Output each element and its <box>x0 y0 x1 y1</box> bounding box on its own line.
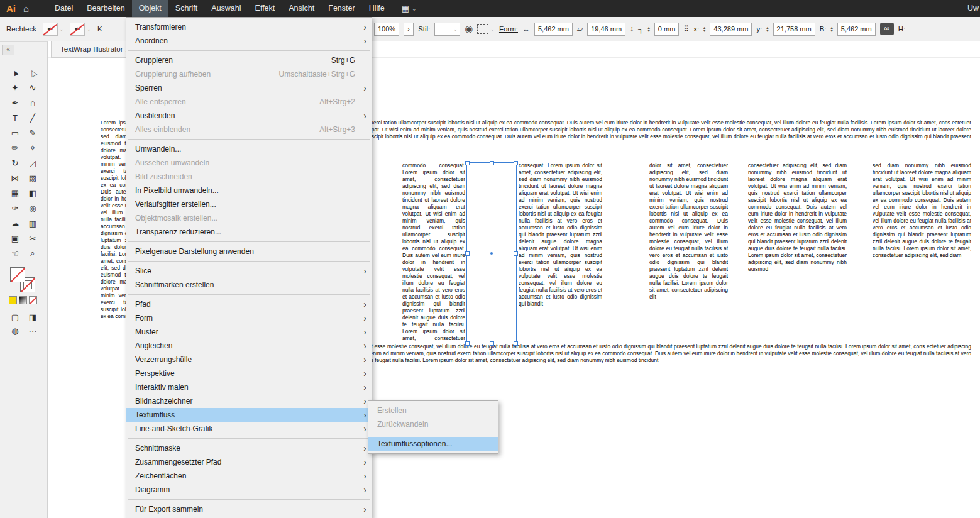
mesh-tool[interactable]: ▦ <box>6 185 24 201</box>
menu-item-gruppieren[interactable]: Gruppieren Strg+G <box>126 53 372 67</box>
selection-handle[interactable] <box>514 251 518 256</box>
width-b-stepper[interactable]: ▴ ▾ <box>831 26 833 32</box>
selection-handle[interactable] <box>465 161 470 165</box>
menu-item-diagramm[interactable]: Diagramm › <box>126 483 372 497</box>
menubar-item-fenster[interactable]: Fenster <box>321 0 361 17</box>
workspace-switcher[interactable]: ▦ ⌄ <box>402 4 417 13</box>
menu-item-schnittmarken-erstellen[interactable]: Schnittmarken erstellen <box>126 278 372 292</box>
text-column-3[interactable]: dolor sit amet, consectetuer adipiscing … <box>649 162 728 343</box>
shaper-tool[interactable]: ✧ <box>24 140 41 155</box>
menu-item-perspektive[interactable]: Perspektive › <box>126 366 372 380</box>
draw-mode-normal-icon[interactable]: ▢ <box>6 310 24 324</box>
selection-handle[interactable] <box>490 341 494 346</box>
menu-item-textumfluss[interactable]: Textumfluss › <box>126 408 372 422</box>
selected-rectangle[interactable] <box>466 162 517 344</box>
menu-item-schnittmaske[interactable]: Schnittmaske › <box>126 441 372 455</box>
menubar-item-bearbeiten[interactable]: Bearbeiten <box>80 0 131 17</box>
style-select[interactable]: ⌄ <box>434 23 460 36</box>
bounding-box-control[interactable]: ⌄ <box>477 24 495 34</box>
menu-item-pfad[interactable]: Pfad › <box>126 297 372 311</box>
menu-item-alle-entsperren[interactable]: Alle entsperren Alt+Strg+2 <box>126 95 372 109</box>
menu-item-gruppierung-aufheben[interactable]: Gruppierung aufheben Umschalttaste+Strg+… <box>126 67 372 81</box>
blend-tool[interactable]: ◎ <box>24 201 41 216</box>
menu-item-transparenz-reduzieren[interactable]: Transparenz reduzieren... <box>126 225 372 239</box>
selection-handle[interactable] <box>465 341 470 346</box>
menu-item-objektmosaik-erstellen[interactable]: Objektmosaik erstellen... <box>126 211 372 225</box>
selection-handle[interactable] <box>514 341 518 346</box>
menu-item-interaktiv-malen[interactable]: Interaktiv malen › <box>126 380 372 394</box>
stepper-down-icon[interactable]: ▾ <box>703 29 705 32</box>
submenu-item-erstellen[interactable]: Erstellen <box>368 404 498 417</box>
menu-item-muster[interactable]: Muster › <box>126 325 372 339</box>
menu-item-sperren[interactable]: Sperren › <box>126 81 372 95</box>
menubar-item-auswahl[interactable]: Auswahl <box>204 0 248 17</box>
column-graph-tool[interactable]: ▥ <box>24 216 41 231</box>
screen-mode-icon[interactable]: ◍ <box>6 324 24 338</box>
menu-item-bildnachzeichner[interactable]: Bildnachzeichner › <box>126 394 372 408</box>
direct-selection-tool[interactable]: △ <box>24 65 41 80</box>
menu-item-form[interactable]: Form › <box>126 311 372 325</box>
menu-item-angleichen[interactable]: Angleichen › <box>126 339 372 353</box>
free-transform-tool[interactable]: ▧ <box>24 170 41 185</box>
fill-swatch[interactable] <box>10 267 25 282</box>
menu-item-line-and-sketch-grafik[interactable]: Line-and-Sketch-Grafik › <box>126 422 372 436</box>
pen-tool[interactable]: ✒ <box>6 95 24 110</box>
selection-handle[interactable] <box>514 161 518 165</box>
none-button[interactable] <box>29 296 37 304</box>
menu-item-transformieren[interactable]: Transformieren › <box>126 20 372 34</box>
x-position-field[interactable]: 43,289 mm <box>710 23 752 36</box>
hand-tool[interactable]: ☜ <box>6 246 24 261</box>
stepper-down-icon[interactable]: ▾ <box>766 29 768 32</box>
selection-tool[interactable]: ▲ <box>6 65 24 80</box>
collapse-panel-button[interactable]: « <box>2 45 14 55</box>
shape-width-field[interactable]: 5,462 mm <box>534 23 573 36</box>
menubar-item-hilfe[interactable]: Hilfe <box>362 0 392 17</box>
text-column-5[interactable]: sed diam nonummy nibh euismod tincidunt … <box>873 162 971 343</box>
gradient-tool[interactable]: ◧ <box>24 185 41 201</box>
form-label[interactable]: Form: <box>499 25 518 33</box>
rectangle-tool[interactable]: ▭ <box>6 125 24 140</box>
menu-item-aussehen-umwandeln[interactable]: Aussehen umwandeln <box>126 156 372 170</box>
shear-angle-field[interactable]: 19,46 mm <box>587 23 625 36</box>
menu-item-umwandeln[interactable]: Umwandeln... <box>126 142 372 156</box>
text-column-1[interactable]: commodo consequat. Lorem ipsum dolor sit… <box>402 162 465 343</box>
zoom-tool[interactable]: ⌕ <box>24 246 41 261</box>
stroke-none-control[interactable]: ✒ ⌄ <box>43 23 64 36</box>
menu-item-verlaufsgitter-erstellen[interactable]: Verlaufsgitter erstellen... <box>126 197 372 211</box>
stepper-down-icon[interactable]: ▾ <box>831 29 833 32</box>
submenu-item-zurueckwandeln[interactable]: Zurückwandeln <box>368 417 498 431</box>
menubar-item-ansicht[interactable]: Ansicht <box>282 0 321 17</box>
width-tool[interactable]: ⋈ <box>6 170 24 185</box>
illustrator-logo-icon[interactable]: Ai <box>6 3 16 14</box>
text-column-2[interactable]: consequat. Lorem ipsum dolor sit amet, c… <box>519 162 602 343</box>
rotate-tool[interactable]: ↻ <box>6 155 24 170</box>
menubar-item-schrift[interactable]: Schrift <box>168 0 204 17</box>
opacity-field[interactable]: 100% <box>374 23 399 36</box>
menu-item-slice[interactable]: Slice › <box>126 264 372 278</box>
menu-item-zeichenflaechen[interactable]: Zeichenflächen › <box>126 469 372 483</box>
menubar-item-objekt[interactable]: Objekt <box>132 0 168 17</box>
symbol-sprayer-tool[interactable]: ☁ <box>6 216 24 231</box>
width-b-field[interactable]: 5,462 mm <box>837 23 876 36</box>
color-button[interactable] <box>9 296 17 304</box>
home-icon[interactable]: ⌂ <box>23 3 29 14</box>
lasso-tool[interactable]: ∿ <box>24 80 41 95</box>
type-tool[interactable]: T <box>6 110 24 125</box>
menu-item-pixelgenaue-darstellung[interactable]: Pixelgenaue Darstellung anwenden <box>126 245 372 258</box>
corner-radius-field[interactable]: 0 mm <box>654 23 680 36</box>
menu-item-bild-zuschneiden[interactable]: Bild zuschneiden <box>126 170 372 184</box>
y-position-field[interactable]: 21,758 mm <box>773 23 815 36</box>
magic-wand-tool[interactable]: ✦ <box>6 80 24 95</box>
selection-handle[interactable] <box>465 251 470 256</box>
menubar-item-effekt[interactable]: Effekt <box>248 0 282 17</box>
menu-item-alles-einblenden[interactable]: Alles einblenden Alt+Strg+3 <box>126 123 372 136</box>
gradient-button[interactable] <box>19 296 27 304</box>
menu-item-ausblenden[interactable]: Ausblenden › <box>126 109 372 123</box>
more-tools-icon[interactable]: ⋯ <box>24 324 41 338</box>
submenu-item-textumflussoptionen[interactable]: Textumflussoptionen... <box>368 437 498 451</box>
menu-item-fuer-export-sammeln[interactable]: Für Export sammeln › <box>126 502 372 516</box>
pencil-tool[interactable]: ✏ <box>6 140 24 155</box>
stroke-style-control[interactable]: ✒ ⌄ <box>70 23 91 36</box>
menu-item-anordnen[interactable]: Anordnen › <box>126 34 372 48</box>
selection-handle[interactable] <box>490 161 494 165</box>
